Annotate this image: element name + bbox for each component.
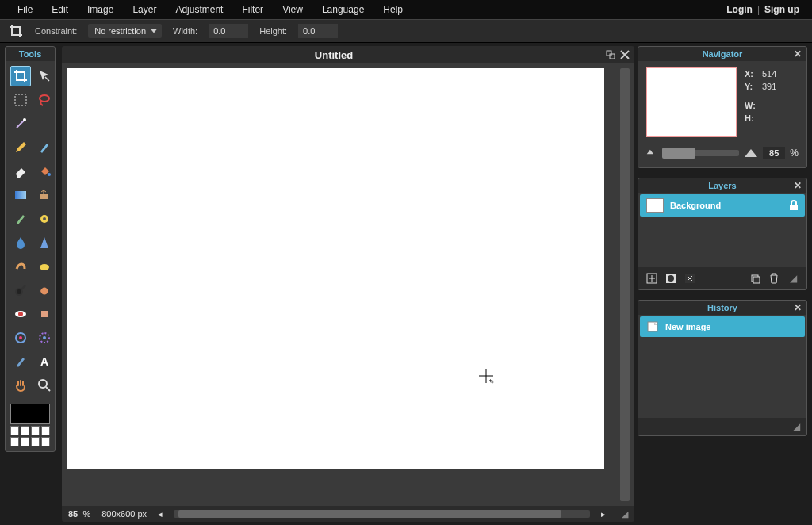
spot-heal-tool[interactable]	[34, 304, 55, 324]
close-icon[interactable]	[620, 50, 630, 59]
tool-options-bar: Constraint: No restriction Width: Height…	[0, 19, 812, 43]
bloat-tool[interactable]	[10, 328, 31, 348]
menu-filter[interactable]: Filter	[232, 1, 273, 18]
color-swatch[interactable]	[31, 426, 40, 435]
close-icon[interactable]: ✕	[794, 180, 802, 191]
svg-rect-27	[753, 277, 760, 283]
svg-rect-19	[607, 51, 611, 56]
color-swatch[interactable]	[10, 437, 19, 446]
move-tool[interactable]	[34, 66, 55, 86]
main-menubar: File Edit Image Layer Adjustment Filter …	[0, 0, 812, 19]
history-name: New image	[665, 322, 710, 331]
new-image-icon	[646, 320, 661, 333]
svg-point-11	[18, 312, 23, 316]
brush-tool[interactable]	[34, 137, 55, 158]
constraint-dropdown[interactable]: No restriction	[88, 24, 162, 38]
resize-handle-icon[interactable]: ◢	[622, 509, 628, 519]
zoom-value[interactable]: 85	[763, 147, 785, 159]
svg-rect-20	[610, 54, 615, 59]
sharpen-tool[interactable]	[34, 232, 55, 253]
history-resize-handle-icon[interactable]: ◢	[793, 421, 800, 432]
layers-resize-handle-icon[interactable]: ◢	[786, 271, 800, 285]
zoom-tool[interactable]	[34, 375, 55, 396]
menu-help[interactable]: Help	[373, 1, 412, 18]
height-input[interactable]	[298, 24, 338, 38]
svg-point-7	[43, 217, 46, 220]
layers-panel: Layers✕ Background ◢	[638, 178, 807, 290]
svg-point-3	[48, 173, 51, 176]
crop-tool[interactable]	[10, 66, 31, 86]
gradient-tool[interactable]	[10, 185, 31, 205]
history-item[interactable]: New image	[640, 316, 805, 337]
wand-tool[interactable]	[10, 113, 31, 134]
color-swatch[interactable]	[21, 426, 29, 435]
hand-tool[interactable]	[10, 375, 31, 396]
zoom-readout: 85 %	[68, 509, 90, 519]
pencil-tool[interactable]	[10, 137, 31, 158]
color-swatch[interactable]	[41, 437, 50, 446]
duplicate-layer-icon[interactable]	[748, 271, 762, 285]
navigator-info: X:514 Y:391 W: H:	[745, 67, 776, 137]
layer-styles-icon[interactable]	[683, 271, 697, 285]
layer-mask-icon[interactable]	[664, 271, 678, 285]
canvas-viewport[interactable]	[67, 68, 617, 501]
close-icon[interactable]: ✕	[794, 48, 802, 59]
new-layer-icon[interactable]	[645, 271, 659, 285]
layer-item[interactable]: Background	[640, 194, 805, 217]
menu-adjustment[interactable]: Adjustment	[166, 1, 232, 18]
vertical-scrollbar[interactable]	[620, 68, 630, 501]
eyedropper-tool[interactable]	[10, 351, 31, 372]
width-input[interactable]	[209, 24, 248, 38]
eraser-tool[interactable]	[10, 161, 31, 182]
svg-point-1	[40, 95, 49, 102]
burn-tool[interactable]	[34, 280, 55, 301]
history-title: History	[707, 303, 737, 312]
close-icon[interactable]: ✕	[794, 302, 802, 313]
replace-color-tool[interactable]	[10, 209, 31, 229]
zoom-out-icon[interactable]	[646, 149, 657, 157]
svg-rect-21	[790, 205, 798, 210]
svg-point-24	[668, 275, 674, 282]
menu-layer[interactable]: Layer	[123, 1, 166, 18]
login-link[interactable]: Login	[722, 4, 757, 15]
lasso-tool[interactable]	[34, 90, 55, 110]
marquee-tool[interactable]	[10, 90, 31, 110]
hscroll-left-icon[interactable]: ◂	[158, 509, 163, 519]
redeye-tool[interactable]	[10, 304, 31, 324]
color-swatch[interactable]	[21, 437, 29, 446]
drawing-tool[interactable]	[34, 209, 55, 229]
svg-rect-28	[648, 322, 657, 331]
crop-icon	[8, 23, 24, 39]
sponge-tool[interactable]	[34, 256, 55, 277]
lock-icon[interactable]	[789, 200, 799, 211]
navigator-preview[interactable]	[646, 67, 737, 137]
menu-edit[interactable]: Edit	[42, 1, 78, 18]
zoom-slider[interactable]	[662, 150, 739, 156]
menu-view[interactable]: View	[273, 1, 312, 18]
menu-image[interactable]: Image	[78, 1, 123, 18]
menu-file[interactable]: File	[8, 1, 42, 18]
foreground-color-swatch[interactable]	[10, 404, 50, 424]
maximize-icon[interactable]	[606, 50, 615, 59]
bucket-tool[interactable]	[34, 161, 55, 182]
layers-title: Layers	[708, 181, 736, 190]
color-swatch[interactable]	[31, 437, 40, 446]
signup-link[interactable]: Sign up	[760, 4, 804, 15]
color-swatch[interactable]	[10, 426, 19, 435]
smudge-tool[interactable]	[10, 256, 31, 277]
svg-point-9	[16, 289, 22, 295]
canvas[interactable]	[67, 68, 604, 469]
clone-tool[interactable]	[34, 185, 55, 205]
svg-point-14	[19, 336, 22, 339]
hscroll-right-icon[interactable]: ▸	[601, 509, 606, 519]
pinch-tool[interactable]	[34, 328, 55, 348]
delete-layer-icon[interactable]	[767, 271, 781, 285]
type-tool[interactable]: A	[34, 351, 55, 372]
zoom-in-icon[interactable]	[744, 148, 758, 158]
horizontal-scrollbar[interactable]	[174, 510, 590, 518]
dodge-tool[interactable]	[10, 280, 31, 301]
menu-language[interactable]: Language	[312, 1, 373, 18]
svg-rect-4	[15, 191, 26, 199]
blur-tool[interactable]	[10, 232, 31, 253]
color-swatch[interactable]	[41, 426, 50, 435]
